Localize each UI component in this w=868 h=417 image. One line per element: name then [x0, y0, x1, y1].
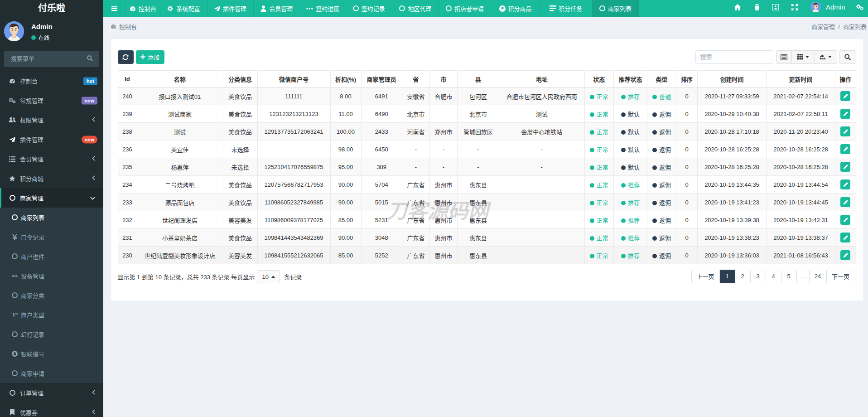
svg-text:V: V: [12, 312, 16, 318]
svg-text:AD: AD: [12, 274, 17, 278]
